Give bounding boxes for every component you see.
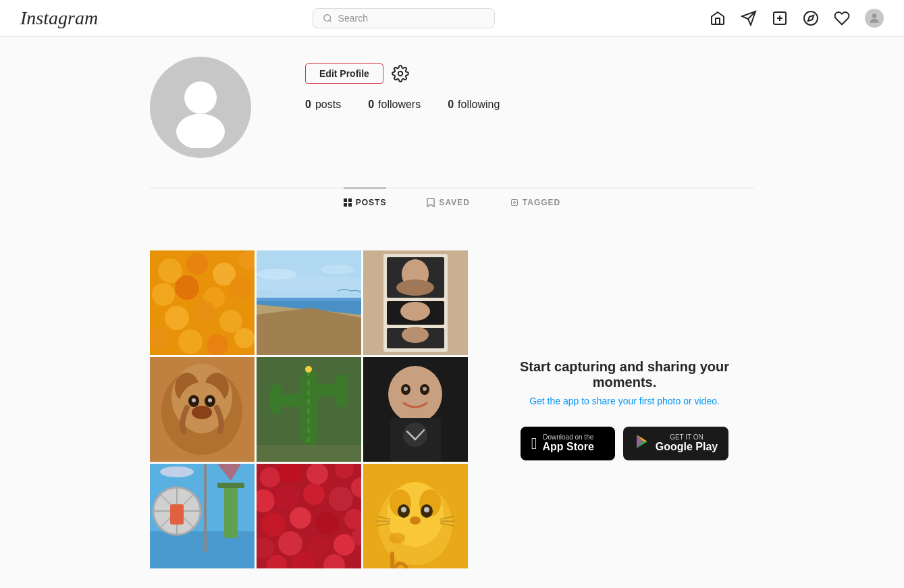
edit-profile-button[interactable]: Edit Profile [305, 63, 383, 84]
app-badges:  Download on the App Store [521, 427, 728, 460]
profile-avatar[interactable] [150, 57, 251, 158]
svg-point-52 [402, 327, 429, 343]
send-icon[interactable] [741, 10, 757, 26]
svg-point-50 [396, 279, 434, 296]
svg-point-63 [192, 406, 212, 419]
header-nav [710, 9, 884, 28]
svg-point-18 [513, 202, 515, 204]
tab-tagged[interactable]: TAGGED [510, 188, 560, 217]
svg-point-11 [176, 114, 225, 148]
profile-avatar-wrap [150, 57, 251, 158]
main-content: Start capturing and sharing your moments… [136, 237, 768, 582]
home-icon[interactable] [710, 10, 726, 26]
svg-point-105 [290, 507, 311, 529]
svg-rect-15 [344, 203, 347, 207]
heart-icon[interactable] [834, 10, 850, 26]
svg-rect-88 [170, 504, 184, 525]
svg-point-74 [388, 366, 442, 423]
followers-label: followers [378, 99, 421, 111]
search-input[interactable] [338, 13, 485, 24]
post-cell-5[interactable] [257, 357, 361, 462]
svg-point-97 [307, 464, 328, 485]
svg-rect-82 [150, 531, 255, 568]
post-image-cat [363, 464, 468, 568]
google-play-prefix: GET IT ON [656, 433, 718, 441]
app-store-badge[interactable]:  Download on the App Store [521, 427, 615, 460]
svg-point-31 [150, 327, 171, 349]
post-cell-6[interactable] [363, 357, 468, 462]
logo: Instagram [20, 7, 98, 29]
svg-rect-68 [270, 384, 282, 415]
explore-icon[interactable] [803, 10, 819, 26]
tab-posts[interactable]: POSTS [344, 188, 387, 217]
svg-rect-69 [336, 374, 348, 408]
google-play-badge[interactable]: GET IT ON Google Play [623, 427, 728, 460]
tag-icon [510, 198, 519, 207]
right-panel: Start capturing and sharing your moments… [495, 250, 754, 568]
posts-stat[interactable]: 0 posts [305, 99, 341, 111]
svg-point-51 [400, 302, 430, 321]
promo-subtitle: Get the app to share your first photo or… [529, 396, 720, 406]
bookmark-icon [427, 198, 435, 207]
following-stat[interactable]: 0 following [448, 99, 500, 111]
svg-point-12 [398, 72, 403, 76]
svg-point-61 [192, 398, 196, 402]
svg-rect-17 [511, 200, 517, 206]
post-cell-2[interactable] [257, 250, 361, 355]
profile-actions: Edit Profile [305, 63, 754, 84]
svg-point-106 [316, 512, 339, 535]
google-play-name: Google Play [656, 441, 718, 453]
settings-button[interactable] [392, 65, 409, 82]
post-image-dog [150, 357, 255, 462]
post-image-flowers [257, 464, 361, 568]
svg-point-101 [303, 483, 325, 505]
app-store-prefix: Download on the [543, 433, 594, 441]
profile-header: Edit Profile 0 posts 0 followers [150, 57, 754, 158]
svg-point-102 [329, 487, 353, 511]
profile-section: Edit Profile 0 posts 0 followers [136, 36, 768, 237]
post-cell-3[interactable] [363, 250, 468, 355]
posts-grid [150, 250, 468, 568]
svg-rect-91 [204, 464, 207, 552]
svg-point-126 [389, 533, 405, 543]
add-post-icon[interactable] [772, 10, 788, 26]
post-cell-4[interactable] [150, 357, 255, 462]
svg-rect-13 [344, 198, 347, 202]
svg-line-1 [329, 20, 331, 22]
svg-point-80 [403, 423, 427, 447]
post-cell-7[interactable] [150, 464, 255, 568]
svg-point-95 [260, 467, 280, 487]
svg-point-92 [160, 466, 194, 477]
svg-point-78 [423, 387, 427, 391]
svg-point-77 [404, 387, 408, 391]
svg-rect-90 [217, 483, 244, 488]
svg-rect-16 [348, 203, 352, 207]
search-icon [323, 13, 333, 24]
header: Instagram [0, 0, 904, 36]
svg-point-10 [184, 82, 217, 114]
followers-stat[interactable]: 0 followers [368, 99, 421, 111]
grid-icon [344, 198, 352, 207]
posts-count: 0 [305, 99, 311, 111]
app-store-name: App Store [543, 441, 594, 453]
svg-point-42 [257, 269, 297, 279]
tab-posts-label: POSTS [356, 198, 387, 207]
profile-stats: 0 posts 0 followers 0 following [305, 99, 754, 111]
svg-point-100 [274, 485, 300, 510]
post-cell-1[interactable] [150, 250, 255, 355]
post-image-cactus [257, 357, 361, 462]
svg-point-0 [324, 14, 331, 21]
post-cell-8[interactable] [257, 464, 361, 568]
post-cell-9[interactable] [363, 464, 468, 568]
svg-point-72 [305, 366, 312, 373]
svg-point-32 [178, 329, 203, 354]
tab-tagged-label: TAGGED [523, 198, 560, 207]
svg-rect-14 [348, 198, 352, 202]
svg-rect-89 [224, 484, 238, 538]
tab-saved[interactable]: SAVED [427, 188, 469, 217]
post-image-carnival [150, 464, 255, 568]
tab-saved-label: SAVED [439, 198, 469, 207]
svg-point-25 [175, 275, 199, 300]
user-avatar-nav[interactable] [865, 9, 884, 28]
post-image-baby [363, 357, 468, 462]
